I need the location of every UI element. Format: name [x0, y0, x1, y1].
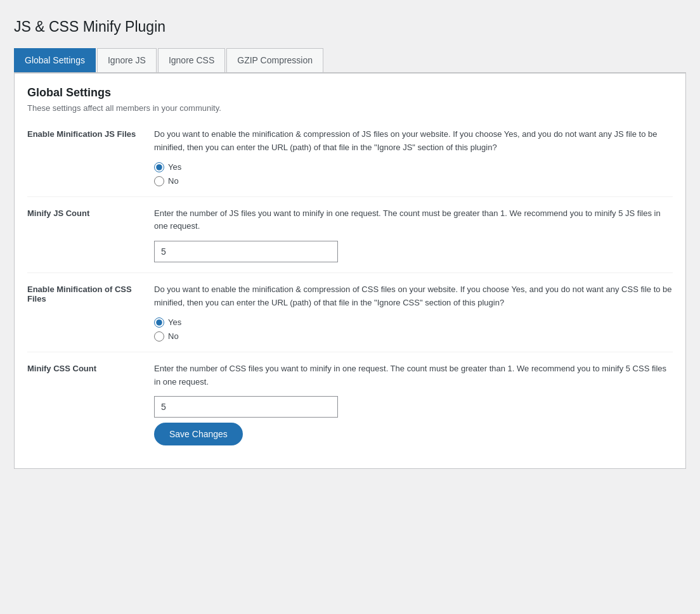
section-header: Global Settings These settings affect al… [27, 86, 673, 113]
enable-css-label: Enable Minification of CSS Files [27, 283, 154, 304]
enable-css-content: Do you want to enable the minification &… [154, 283, 673, 342]
enable-js-yes-radio[interactable] [154, 162, 164, 172]
enable-js-no-radio[interactable] [154, 176, 164, 186]
minify-css-count-input[interactable] [154, 396, 338, 418]
section-title: Global Settings [27, 86, 673, 99]
tab-ignore-css[interactable]: Ignore CSS [158, 48, 225, 72]
section-subtitle: These settings affect all members in you… [27, 103, 673, 113]
enable-css-yes-radio[interactable] [154, 317, 164, 328]
enable-js-yes-label[interactable]: Yes [154, 162, 673, 172]
enable-css-description: Do you want to enable the minification &… [154, 283, 673, 310]
enable-css-no-label[interactable]: No [154, 331, 673, 342]
page-wrapper: JS & CSS Minify Plugin Global Settings I… [14, 13, 686, 469]
enable-css-yes-text: Yes [168, 317, 181, 327]
minify-css-count-content: Enter the number of CSS files you want t… [154, 362, 673, 446]
tab-global-settings[interactable]: Global Settings [14, 48, 96, 72]
settings-table: Enable Minification JS Files Do you want… [27, 128, 673, 456]
enable-css-no-text: No [168, 331, 179, 341]
tab-gzip-compression[interactable]: GZIP Compression [226, 48, 323, 72]
enable-js-radio-group: Yes No [154, 162, 673, 186]
enable-js-no-text: No [168, 176, 179, 186]
tabs-container: Global Settings Ignore JS Ignore CSS GZI… [14, 48, 686, 73]
minify-js-count-row: Minify JS Count Enter the number of JS f… [27, 196, 673, 273]
enable-js-no-label[interactable]: No [154, 176, 673, 186]
enable-css-row: Enable Minification of CSS Files Do you … [27, 272, 673, 352]
enable-js-row: Enable Minification JS Files Do you want… [27, 128, 673, 196]
enable-js-yes-text: Yes [168, 162, 181, 172]
minify-js-count-content: Enter the number of JS files you want to… [154, 207, 673, 263]
tab-ignore-js[interactable]: Ignore JS [97, 48, 157, 72]
enable-js-content: Do you want to enable the minification &… [154, 128, 673, 186]
content-card: Global Settings These settings affect al… [14, 73, 686, 469]
enable-css-yes-label[interactable]: Yes [154, 317, 673, 328]
minify-js-count-description: Enter the number of JS files you want to… [154, 207, 673, 234]
save-changes-button[interactable]: Save Changes [154, 423, 243, 445]
minify-css-count-row: Minify CSS Count Enter the number of CSS… [27, 352, 673, 456]
minify-js-count-input[interactable] [154, 241, 338, 262]
enable-js-description: Do you want to enable the minification &… [154, 128, 673, 155]
minify-css-count-description: Enter the number of CSS files you want t… [154, 362, 673, 389]
enable-css-no-radio[interactable] [154, 331, 164, 342]
minify-js-count-label: Minify JS Count [27, 207, 154, 218]
minify-css-count-label: Minify CSS Count [27, 362, 154, 373]
page-title: JS & CSS Minify Plugin [14, 13, 686, 38]
enable-js-label: Enable Minification JS Files [27, 128, 154, 139]
enable-css-radio-group: Yes No [154, 317, 673, 342]
